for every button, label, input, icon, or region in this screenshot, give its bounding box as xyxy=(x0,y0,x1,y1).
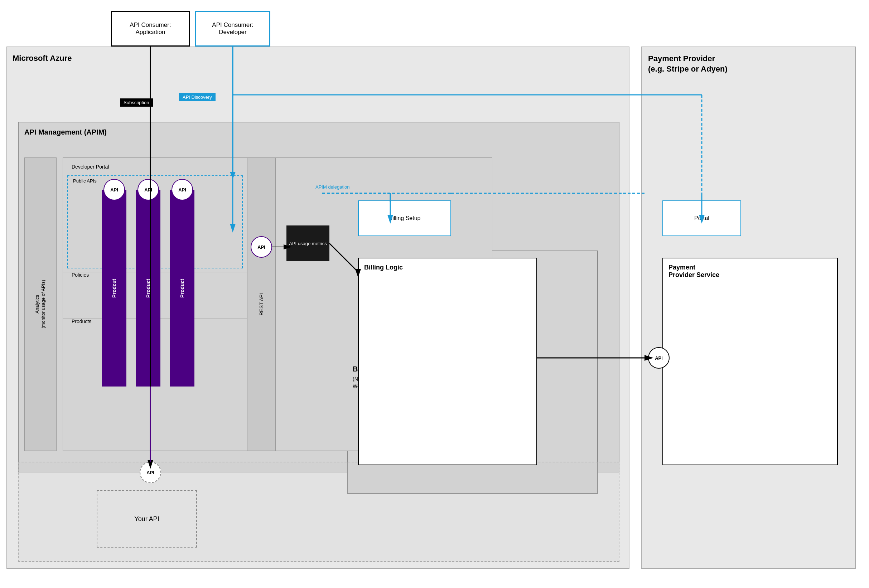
product-col-3-label: Product xyxy=(179,279,185,298)
billing-logic-box: Billing Logic xyxy=(358,258,537,465)
api-circle-your: API xyxy=(139,462,161,483)
api-circle-2: API xyxy=(138,179,159,200)
api-circle-1: API xyxy=(104,179,125,200)
rest-api-label: REST API xyxy=(258,293,264,315)
consumer-app-box: API Consumer: Application xyxy=(111,11,190,46)
consumer-dev-box: API Consumer: Developer xyxy=(195,11,270,46)
payment-provider-service-box: PaymentProvider Service xyxy=(662,258,838,465)
subscription-label: Subscription xyxy=(120,98,153,107)
product-col-2-label: Product xyxy=(145,279,151,298)
analytics-label: Analytics(monitor usage of APIs) xyxy=(34,280,46,329)
payment-provider-label: Payment Provider (e.g. Stripe or Adyen) xyxy=(648,54,728,74)
apim-label: API Management (APIM) xyxy=(24,128,107,136)
product-col-1: Prodcut xyxy=(102,190,126,387)
products-label: Products xyxy=(72,318,91,324)
api-metrics-box: API usage metrics xyxy=(286,225,329,261)
api-circle-billing: API xyxy=(648,347,670,369)
dev-portal-label: Developer Portal xyxy=(72,164,109,170)
api-circle-3: API xyxy=(172,179,193,200)
product-col-1-label: Prodcut xyxy=(111,279,117,298)
azure-label: Microsoft Azure xyxy=(13,54,72,63)
api-circle-rest: API xyxy=(251,236,272,258)
diagram-container: Microsoft Azure Payment Provider (e.g. S… xyxy=(0,0,869,588)
apim-delegation-label: APIM delegation xyxy=(311,182,353,191)
portal-box: Portal xyxy=(662,200,741,236)
policies-label: Policies xyxy=(72,272,89,278)
your-api-box: Your API xyxy=(97,490,197,548)
analytics-box: Analytics(monitor usage of APIs) xyxy=(24,157,56,451)
rest-api-area: REST API xyxy=(247,157,276,451)
product-col-2: Product xyxy=(136,190,160,387)
public-apis-label: Public APIs xyxy=(73,178,97,184)
product-col-3: Product xyxy=(170,190,194,387)
billing-setup-box: Billing Setup xyxy=(358,200,451,236)
api-discovery-label: API Discovery xyxy=(179,93,215,101)
